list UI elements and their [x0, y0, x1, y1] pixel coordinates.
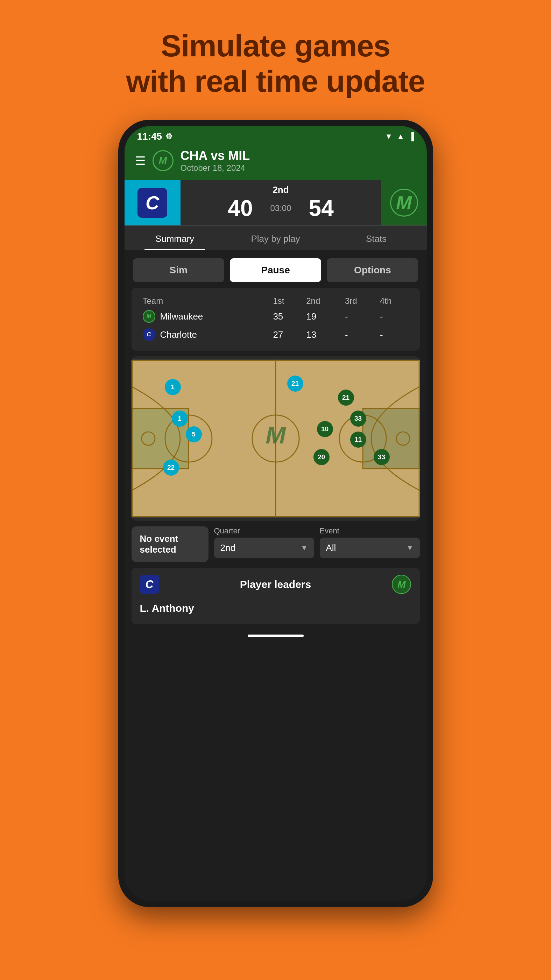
- pause-button[interactable]: Pause: [230, 258, 321, 282]
- leaders-header: C Player leaders M: [140, 575, 411, 594]
- player-leaders-card: C Player leaders M L. Anthony: [132, 568, 420, 624]
- promo-title: Simulate games with real time update: [126, 28, 425, 99]
- player-1-left: 1: [165, 379, 181, 395]
- no-event-text: No event selected: [140, 533, 178, 555]
- tab-summary[interactable]: Summary: [125, 226, 225, 250]
- no-event-box: No event selected: [132, 527, 208, 562]
- hamburger-menu-button[interactable]: ☰: [135, 154, 146, 168]
- cha-icon-sm: C: [143, 328, 155, 341]
- tab-stats[interactable]: Stats: [326, 226, 427, 250]
- status-icons: ▼ ▲ ▐: [385, 132, 414, 141]
- mil-icon-sm: M: [143, 310, 155, 323]
- battery-icon: ▐: [409, 132, 414, 141]
- score-banner: C 2nd 40 03:00 54 M: [125, 180, 427, 225]
- score-center: 2nd 40 03:00 54: [181, 181, 381, 225]
- home-score: 40: [228, 195, 252, 221]
- court-card: M 1 1 5 22 21 21 10 33 11 20 33: [132, 356, 420, 521]
- quarter-label: Quarter: [214, 527, 314, 536]
- player-5-left: 5: [186, 426, 202, 442]
- team-logo-header: M: [152, 150, 173, 171]
- cha-leaders-logo: C: [140, 575, 159, 594]
- game-clock: 03:00: [270, 204, 291, 213]
- player-1b-left: 1: [172, 410, 188, 426]
- clock-time: 11:45: [137, 131, 162, 142]
- mil-q4: -: [377, 307, 411, 326]
- player-33-right: 33: [350, 410, 366, 426]
- cha-q2: 13: [303, 326, 342, 344]
- cha-q4: -: [377, 326, 411, 344]
- table-row-charlotte: C Charlotte 27 13 - -: [140, 326, 411, 344]
- match-title: CHA vs MIL: [181, 148, 416, 163]
- table-row-milwaukee: M Milwaukee 35 19 - -: [140, 307, 411, 326]
- cha-logo: C: [138, 188, 167, 218]
- mil-team-name: Milwaukee: [160, 311, 203, 322]
- player-name: L. Anthony: [140, 600, 411, 617]
- mil-leaders-logo: M: [392, 575, 411, 594]
- mil-q2: 19: [303, 307, 342, 326]
- event-value: All: [326, 542, 336, 554]
- player-10-right: 10: [317, 421, 333, 437]
- status-bar: 11:45 ⚙ ▼ ▲ ▐: [125, 126, 427, 145]
- cha-team-cell: C Charlotte: [140, 326, 270, 344]
- col-2nd: 2nd: [303, 295, 342, 307]
- promo-line1: Simulate games: [126, 28, 425, 64]
- scores-row: 40 03:00 54: [228, 195, 333, 221]
- mil-team-badge: M: [381, 180, 427, 225]
- home-bar: [248, 635, 304, 637]
- player-20-right: 20: [313, 449, 330, 465]
- phone-screen: 11:45 ⚙ ▼ ▲ ▐ ☰ M CHA vs MIL October 18,…: [125, 126, 427, 901]
- main-content: Sim Pause Options Team 1st 2nd 3rd 4th: [125, 250, 427, 901]
- chevron-down-icon-event: ▼: [407, 544, 413, 552]
- signal-icon: ▲: [397, 132, 405, 141]
- player-33b-right: 33: [374, 449, 390, 465]
- match-date: October 18, 2024: [181, 163, 416, 173]
- mil-q3: -: [342, 307, 377, 326]
- mil-team-cell: M Milwaukee: [140, 307, 270, 326]
- quarter-dropdown[interactable]: 2nd ▼: [214, 538, 314, 558]
- tab-play-by-play[interactable]: Play by play: [225, 226, 326, 250]
- status-time: 11:45 ⚙: [137, 131, 173, 142]
- away-score: 54: [309, 195, 334, 221]
- col-3rd: 3rd: [342, 295, 377, 307]
- event-dropdown[interactable]: All ▼: [320, 538, 420, 558]
- tabs-bar: Summary Play by play Stats: [125, 225, 427, 250]
- mil-q1: 35: [270, 307, 303, 326]
- cha-q1: 27: [270, 326, 303, 344]
- mil-logo: M: [390, 189, 418, 216]
- player-11-right: 11: [350, 431, 366, 448]
- quarter-value: 2nd: [221, 542, 235, 554]
- event-row: No event selected Quarter 2nd ▼ Event: [132, 527, 420, 562]
- cha-team-name: Charlotte: [160, 329, 197, 340]
- chevron-down-icon: ▼: [301, 544, 308, 552]
- player-22-left: 22: [163, 460, 179, 476]
- player-21-right: 21: [338, 390, 354, 406]
- col-4th: 4th: [377, 295, 411, 307]
- settings-icon: ⚙: [165, 132, 173, 141]
- app-header: ☰ M CHA vs MIL October 18, 2024: [125, 145, 427, 180]
- wifi-icon: ▼: [385, 132, 392, 141]
- player-21-left: 21: [287, 375, 303, 391]
- phone-shell: 11:45 ⚙ ▼ ▲ ▐ ☰ M CHA vs MIL October 18,…: [118, 120, 433, 907]
- control-bar: Sim Pause Options: [125, 250, 427, 288]
- cha-q3: -: [342, 326, 377, 344]
- event-label: Event: [320, 527, 420, 536]
- promo-line2: with real time update: [126, 64, 425, 99]
- col-team: Team: [140, 295, 270, 307]
- sim-button[interactable]: Sim: [133, 258, 224, 282]
- score-table-card: Team 1st 2nd 3rd 4th M Milwa: [132, 288, 420, 351]
- options-button[interactable]: Options: [327, 258, 418, 282]
- col-1st: 1st: [270, 295, 303, 307]
- cha-team-badge: C: [125, 180, 181, 225]
- leaders-title: Player leaders: [240, 579, 311, 590]
- home-indicator: [125, 630, 427, 642]
- header-text: CHA vs MIL October 18, 2024: [181, 148, 416, 173]
- score-table: Team 1st 2nd 3rd 4th M Milwa: [140, 295, 411, 344]
- quarter-label: 2nd: [273, 185, 289, 195]
- svg-text:M: M: [265, 422, 286, 449]
